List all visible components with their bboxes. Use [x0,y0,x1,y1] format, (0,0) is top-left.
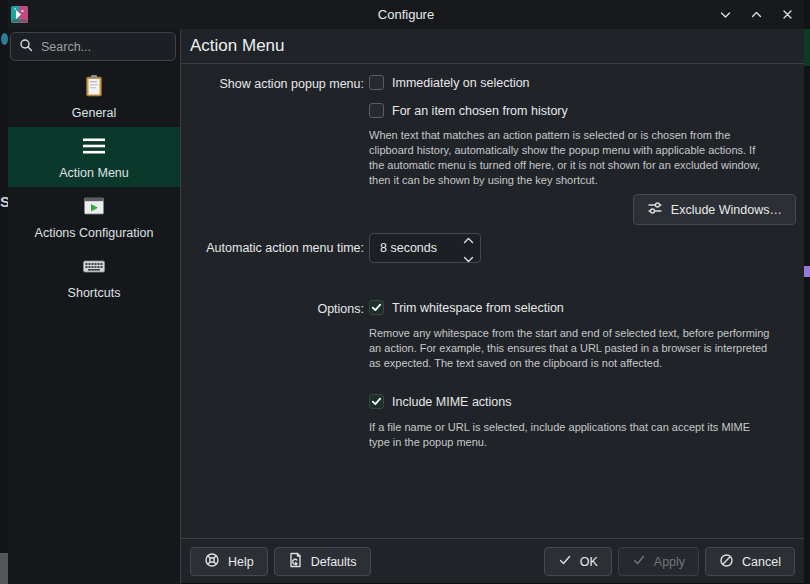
spinbox-decrement-button[interactable] [463,249,474,267]
configure-window: Configure [8,0,804,584]
check-icon [632,553,646,570]
maximize-button[interactable] [747,6,765,24]
exclude-windows-button[interactable]: Exclude Windows… [633,194,796,225]
apply-button[interactable]: Apply [618,547,699,576]
background-panel [0,553,8,584]
popup-menu-label: Show action popup menu: [181,75,364,93]
exclude-windows-label: Exclude Windows… [671,203,782,217]
titlebar[interactable]: Configure [8,0,804,29]
mime-actions-hint: If a file name or URL is selected, inclu… [369,420,773,450]
checkbox-checked-icon[interactable] [369,300,384,315]
defaults-button[interactable]: Defaults [274,547,371,576]
checkbox-checked-icon[interactable] [369,394,384,409]
check-icon [558,553,572,570]
popup-menu-hint: When text that matches an action pattern… [369,128,773,188]
ok-label: OK [580,555,598,569]
checkbox-include-mime-actions[interactable]: Include MIME actions [369,394,512,409]
window-play-icon [82,194,106,222]
sidebar-item-shortcuts[interactable]: Shortcuts [8,247,180,307]
keyboard-icon [82,254,106,282]
search-input[interactable] [41,40,167,54]
desktop-background-left: S [0,0,8,584]
sidebar-item-label: Shortcuts [68,286,121,300]
checkbox-label: Include MIME actions [392,395,512,409]
dialog-button-bar: Help Defaults [181,538,804,584]
checkbox-trim-whitespace[interactable]: Trim whitespace from selection [369,300,564,315]
spinbox-value[interactable]: 8 seconds [370,241,456,255]
sliders-icon [647,200,663,219]
help-lifebuoy-icon [204,552,220,571]
close-button[interactable] [778,6,796,24]
clipboard-icon [82,74,106,102]
cancel-label: Cancel [742,555,781,569]
sidebar-item-label: General [72,106,116,120]
ok-button[interactable]: OK [544,547,612,576]
klipper-app-icon [11,6,28,23]
sidebar-item-label: Actions Configuration [35,226,154,240]
background-purple-fragment [804,266,810,277]
search-icon [19,38,33,56]
cancel-slash-icon [719,553,734,571]
apply-label: Apply [654,555,685,569]
sidebar-item-actions-configuration[interactable]: Actions Configuration [8,187,180,247]
checkbox-icon[interactable] [369,103,384,118]
hamburger-menu-icon [82,134,106,162]
menu-time-label: Automatic action menu time: [181,233,364,263]
page-header: Action Menu [181,29,804,64]
minimize-button[interactable] [716,6,734,24]
settings-form: Show action popup menu: Immediately on s… [181,64,804,538]
menu-time-spinbox[interactable]: 8 seconds [369,233,481,263]
defaults-label: Defaults [311,555,357,569]
trim-whitespace-hint: Remove any whitespace from the start and… [369,326,773,371]
checkbox-label: Immediately on selection [392,76,530,90]
sidebar-item-general[interactable]: General [8,67,180,127]
sidebar-item-label: Action Menu [59,166,128,180]
window-title: Configure [8,7,804,22]
checkbox-immediately-on-selection[interactable]: Immediately on selection [369,75,530,90]
options-label: Options: [181,300,364,318]
checkbox-item-from-history[interactable]: For an item chosen from history [369,103,568,118]
sidebar-item-action-menu[interactable]: Action Menu [8,127,180,187]
help-button[interactable]: Help [190,547,268,576]
checkbox-icon[interactable] [369,75,384,90]
checkbox-label: Trim whitespace from selection [392,301,564,315]
search-box[interactable] [10,32,176,61]
spinbox-increment-button[interactable] [463,230,474,248]
sidebar: General Action Menu [8,29,181,584]
cancel-button[interactable]: Cancel [705,547,795,576]
desktop-background-right [804,0,810,584]
checkbox-label: For an item chosen from history [392,104,568,118]
background-app-icon [1,33,8,45]
background-green-fragment [804,29,810,66]
help-label: Help [228,555,254,569]
document-revert-icon [288,552,303,571]
page-title: Action Menu [190,36,285,56]
